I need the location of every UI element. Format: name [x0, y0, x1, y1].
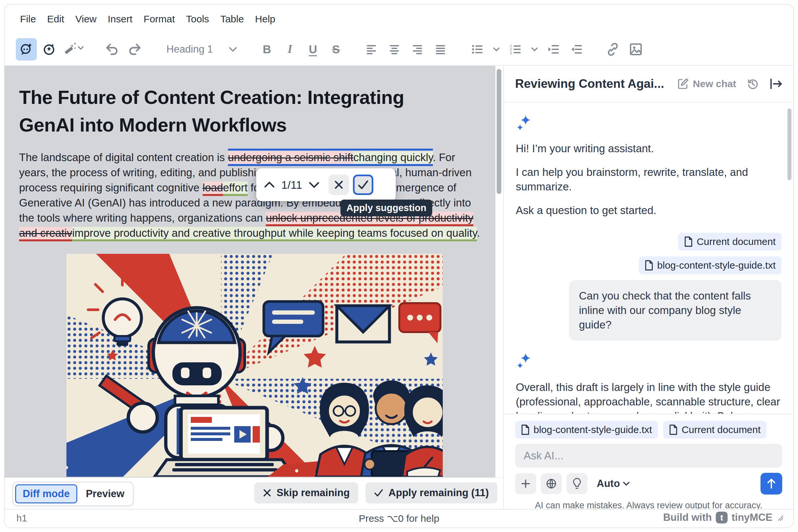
workspace: The Future of Content Creation: Integrat… [5, 66, 793, 509]
italic-button[interactable]: I [279, 38, 300, 60]
align-center-button[interactable] [385, 38, 406, 60]
heading-select[interactable]: Heading 1 [161, 38, 243, 60]
chevron-down-icon [229, 47, 237, 52]
menu-view[interactable]: View [70, 10, 102, 28]
sparkles-icon [516, 114, 782, 133]
web-search-button[interactable] [541, 473, 562, 494]
chat-scrollbar-thumb[interactable] [787, 109, 792, 180]
new-chat-button[interactable]: New chat [677, 78, 736, 90]
menu-file[interactable]: File [15, 10, 41, 28]
menu-help[interactable]: Help [249, 10, 281, 28]
svg-text:3: 3 [510, 51, 512, 55]
toolbar: Heading 1 B I U S 123 [5, 34, 793, 66]
check-icon [374, 489, 383, 497]
bullet-list-icon [471, 43, 484, 56]
help-shortcut-text: Press ⌥0 for help [359, 513, 440, 524]
align-left-icon [366, 43, 378, 56]
chat-title: Reviewing Content Agai... [515, 77, 664, 91]
justify-button[interactable] [431, 38, 452, 60]
suggestion-counter: 1/11 [281, 178, 302, 191]
chevron-down-icon [623, 481, 630, 486]
model-select[interactable]: Auto [597, 478, 630, 490]
indent-icon [570, 43, 583, 56]
assistant-greeting-2: I can help you brainstorm, rewrite, tran… [516, 165, 782, 194]
collapse-panel-button[interactable] [769, 78, 782, 90]
numbered-list-dropdown[interactable] [528, 38, 541, 60]
undo-button[interactable] [101, 38, 122, 60]
numbered-list-button[interactable]: 123 [505, 38, 526, 60]
preview-toggle[interactable]: Preview [79, 485, 131, 502]
brand-prefix: Build with [663, 512, 712, 524]
outdent-button[interactable] [543, 38, 564, 60]
history-button[interactable] [746, 77, 759, 91]
magic-wand-button[interactable] [62, 38, 86, 60]
diff-mode-toggle[interactable]: Diff mode [15, 484, 77, 504]
document-paragraph[interactable]: The landscape of digital content creatio… [19, 150, 482, 241]
menu-edit[interactable]: Edit [41, 10, 70, 28]
bullet-list-dropdown[interactable] [490, 38, 503, 60]
document-icon [521, 424, 530, 435]
attachment-chip-style-guide: blog-content-style-guide.txt [639, 256, 782, 274]
link-button[interactable] [602, 38, 623, 60]
next-suggestion-button[interactable] [308, 181, 320, 189]
image-button[interactable] [625, 38, 646, 60]
globe-icon [545, 478, 557, 490]
apply-remaining-button[interactable]: Apply remaining (11) [366, 482, 497, 504]
apply-suggestion-button[interactable] [353, 175, 373, 195]
undo-icon [104, 42, 119, 57]
attachment-chip-current-document: Current document [678, 233, 782, 250]
document-illustration[interactable] [67, 254, 443, 477]
chat-message-list[interactable]: Hi! I’m your writing assistant. I can he… [504, 103, 793, 414]
send-arrow-icon [766, 478, 777, 489]
history-icon [746, 77, 759, 91]
diff-action-bar: Diff mode Preview Skip remaining Apply r… [5, 477, 503, 509]
menu-insert[interactable]: Insert [102, 10, 138, 28]
composer-chip-current-document[interactable]: Current document [663, 421, 766, 439]
menu-table[interactable]: Table [215, 10, 250, 28]
user-message: Can you check that the content falls inl… [569, 280, 782, 341]
send-button[interactable] [761, 473, 782, 495]
align-right-icon [411, 43, 425, 56]
brand-link[interactable]: tinyMCE [731, 512, 772, 524]
menu-format[interactable]: Format [138, 10, 181, 28]
ask-ai-input[interactable] [515, 444, 782, 468]
editor-canvas[interactable]: The Future of Content Creation: Integrat… [5, 66, 495, 477]
add-attachment-button[interactable] [515, 473, 536, 494]
ai-review-button[interactable] [39, 38, 60, 60]
ideas-button[interactable] [567, 473, 588, 494]
redo-button[interactable] [124, 38, 145, 60]
align-left-button[interactable] [361, 38, 383, 60]
menu-tools[interactable]: Tools [181, 10, 215, 28]
suggestion-popup: 1/11 [256, 168, 396, 201]
element-path: h1 [16, 513, 27, 524]
lightbulb-icon [571, 477, 582, 490]
tinymce-logo-icon: t [716, 512, 728, 524]
document-icon [684, 236, 693, 247]
bold-button[interactable]: B [256, 38, 277, 60]
chevron-down-icon [493, 47, 500, 52]
assistant-response: Overall, this draft is largely in line w… [516, 380, 782, 414]
composer-chip-style-guide[interactable]: blog-content-style-guide.txt [515, 421, 658, 439]
skip-remaining-button[interactable]: Skip remaining [254, 482, 358, 504]
editor-scrollbar[interactable] [495, 66, 503, 477]
editor-scrollbar-thumb[interactable] [497, 69, 501, 194]
resize-handle-icon[interactable] [776, 514, 783, 521]
reject-suggestion-button[interactable] [329, 175, 349, 195]
indent-button[interactable] [566, 38, 587, 60]
previous-suggestion-button[interactable] [263, 181, 275, 189]
align-center-icon [388, 43, 402, 56]
assistant-greeting-3: Ask a question to get started. [516, 203, 782, 218]
bullet-list-button[interactable] [467, 38, 488, 60]
status-bar: h1 Press ⌥0 for help Build with t tinyMC… [5, 509, 793, 527]
collapse-panel-icon [769, 78, 782, 90]
compose-icon [677, 78, 689, 90]
chevron-down-icon [531, 47, 538, 52]
document-title[interactable]: The Future of Content Creation: Integrat… [19, 83, 460, 139]
ai-assistant-button[interactable] [16, 38, 37, 60]
align-right-button[interactable] [408, 38, 429, 60]
strikethrough-button[interactable]: S [325, 38, 346, 60]
redo-icon [127, 42, 143, 57]
heading-select-label: Heading 1 [166, 43, 213, 55]
underline-button[interactable]: U [302, 38, 323, 60]
tinymce-editor-app: File Edit View Insert Format Tools Table… [4, 4, 794, 528]
